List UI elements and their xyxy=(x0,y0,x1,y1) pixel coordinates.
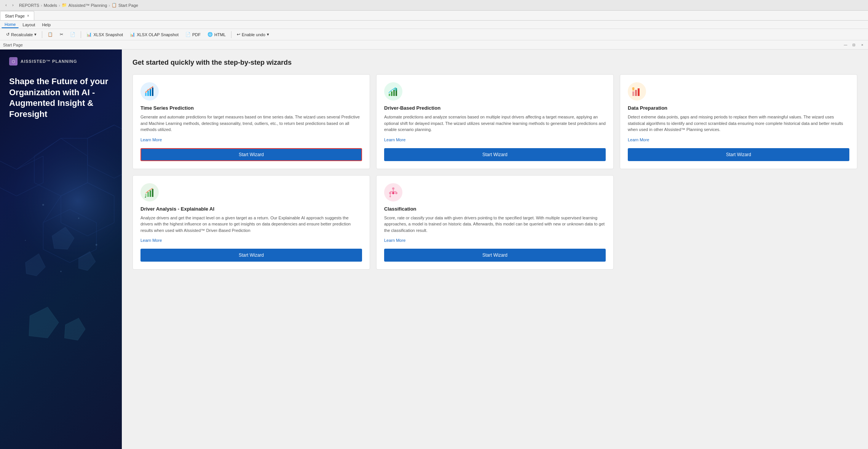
time-series-desc: Generate and automate predictions for ta… xyxy=(140,114,362,133)
data-prep-learn-more[interactable]: Learn More xyxy=(628,137,849,142)
svg-rect-31 xyxy=(391,91,393,96)
html-label: HTML xyxy=(214,32,226,37)
toolbar: ↺ Recalculate ▾ 📋 ✂ 📄 📊 XLSX Snapshot 📊 … xyxy=(0,29,868,40)
cut-button[interactable]: ✂ xyxy=(57,30,66,39)
time-series-card: Time Series Prediction Generate and auto… xyxy=(132,74,370,169)
copy-button[interactable]: 📋 xyxy=(45,30,56,39)
classification-card: Classification Score, rate or classify y… xyxy=(376,175,614,270)
recalculate-dropdown-icon: ▾ xyxy=(34,32,37,37)
undo-label: Enable undo xyxy=(242,32,265,37)
driver-analysis-icon: ▲ xyxy=(140,183,159,201)
breadcrumb-startpage-icon: 📋 xyxy=(112,3,117,8)
svg-rect-43 xyxy=(152,189,153,197)
breadcrumb-startpage[interactable]: Start Page xyxy=(118,3,138,8)
svg-rect-30 xyxy=(389,94,390,96)
svg-point-16 xyxy=(25,240,26,241)
toolbar-sep-1 xyxy=(42,31,42,38)
paste-button[interactable]: 📄 xyxy=(67,30,78,39)
driver-analysis-learn-more[interactable]: Learn More xyxy=(140,238,362,243)
tab-start-page[interactable]: Start Page × xyxy=(0,11,34,20)
brand-icon: ⬡ xyxy=(9,57,18,66)
breadcrumb-reports[interactable]: REPORTS xyxy=(19,3,39,8)
driver-analysis-card: ▲ Driver Analysis - Explainable AI Analy… xyxy=(132,175,370,270)
data-prep-card: Data Preparation Detect extreme data poi… xyxy=(620,74,857,169)
time-series-title: Time Series Prediction xyxy=(140,105,362,111)
page-title: Start Page xyxy=(3,43,23,47)
svg-point-26 xyxy=(145,92,147,93)
restore-button[interactable]: ⊡ xyxy=(851,42,857,48)
html-icon: 🌐 xyxy=(207,32,213,37)
menu-help[interactable]: Help xyxy=(39,22,54,28)
breadcrumb: REPORTS › Models › 📁 AIssisted™ Planning… xyxy=(19,3,138,8)
driver-analysis-start-wizard[interactable]: Start Wizard xyxy=(140,249,362,262)
undo-dropdown-icon: ▾ xyxy=(267,32,269,37)
data-prep-icon xyxy=(628,82,646,101)
pdf-label: PDF xyxy=(192,32,201,37)
title-bar: ‹ › REPORTS › Models › 📁 AIssisted™ Plan… xyxy=(0,0,868,11)
classification-learn-more[interactable]: Learn More xyxy=(384,238,606,243)
nav-back[interactable]: ‹ xyxy=(3,2,9,8)
toolbar-sep-2 xyxy=(81,31,81,38)
xlsx-snapshot-button[interactable]: 📊 XLSX Snapshot xyxy=(83,30,126,39)
data-prep-start-wizard[interactable]: Start Wizard xyxy=(628,148,849,161)
enable-undo-button[interactable]: ↩ Enable undo ▾ xyxy=(234,30,272,39)
svg-line-7 xyxy=(88,125,114,138)
cards-row-2: ▲ Driver Analysis - Explainable AI Analy… xyxy=(132,175,857,270)
driver-based-learn-more[interactable]: Learn More xyxy=(384,137,606,142)
svg-point-49 xyxy=(389,192,391,194)
driver-analysis-desc: Analyze drivers and get the impact level… xyxy=(140,215,362,234)
svg-rect-37 xyxy=(638,88,640,96)
recalculate-button[interactable]: ↺ Recalculate ▾ xyxy=(3,30,40,39)
pdf-button[interactable]: 📄 PDF xyxy=(182,30,204,39)
nav-arrows: ‹ › xyxy=(3,2,16,8)
hero-brand: ⬡ AISSISTED™ PLANNING xyxy=(9,57,113,66)
svg-point-17 xyxy=(96,244,97,246)
xlsx-olap-label: XLSX OLAP Snapshot xyxy=(137,32,179,37)
nav-forward[interactable]: › xyxy=(10,2,16,8)
svg-rect-35 xyxy=(632,91,634,96)
time-series-icon xyxy=(140,82,159,101)
tab-close[interactable]: × xyxy=(27,14,29,18)
breadcrumb-planning-icon: 📁 xyxy=(62,3,67,8)
minimize-button[interactable]: — xyxy=(843,42,848,48)
svg-point-10 xyxy=(0,134,122,294)
svg-text:▲: ▲ xyxy=(144,196,147,198)
svg-rect-24 xyxy=(150,89,151,96)
pdf-icon: 📄 xyxy=(185,32,191,37)
page-title-bar: Start Page — ⊡ × xyxy=(0,40,868,50)
svg-marker-20 xyxy=(29,307,59,338)
breadcrumb-planning[interactable]: AIssisted™ Planning xyxy=(69,3,107,8)
driver-based-desc: Automate predictions and analyze scenari… xyxy=(384,114,606,133)
tab-bar: Start Page × xyxy=(0,11,868,21)
svg-point-45 xyxy=(392,187,394,190)
svg-rect-42 xyxy=(150,190,151,197)
html-button[interactable]: 🌐 HTML xyxy=(204,30,229,39)
time-series-learn-more[interactable]: Learn More xyxy=(140,137,362,142)
svg-point-27 xyxy=(148,89,149,91)
svg-rect-41 xyxy=(147,192,149,197)
svg-rect-36 xyxy=(635,90,637,96)
driver-based-card: Driver-Based Prediction Automate predict… xyxy=(376,74,614,169)
menu-layout[interactable]: Layout xyxy=(19,22,38,28)
breadcrumb-models[interactable]: Models xyxy=(44,3,57,8)
xlsx-icon: 📊 xyxy=(86,32,92,37)
classification-start-wizard[interactable]: Start Wizard xyxy=(384,249,606,262)
svg-point-53 xyxy=(389,196,391,197)
empty-card-slot xyxy=(620,175,857,270)
svg-rect-22 xyxy=(145,93,147,96)
menu-home[interactable]: Home xyxy=(2,21,19,28)
recalculate-icon: ↺ xyxy=(6,32,10,37)
undo-icon: ↩ xyxy=(237,32,240,37)
xlsx-olap-button[interactable]: 📊 XLSX OLAP Snapshot xyxy=(127,30,182,39)
svg-point-29 xyxy=(152,86,153,88)
classification-desc: Score, rate or classify your data with g… xyxy=(384,215,606,234)
xlsx-olap-icon: 📊 xyxy=(130,32,135,37)
driver-based-start-wizard[interactable]: Start Wizard xyxy=(384,148,606,161)
hero-headline: Shape the Future of your Organization wi… xyxy=(9,76,113,120)
svg-point-50 xyxy=(392,192,394,194)
time-series-start-wizard[interactable]: Start Wizard xyxy=(140,148,362,161)
close-button[interactable]: × xyxy=(860,42,865,48)
xlsx-label: XLSX Snapshot xyxy=(93,32,123,37)
tab-label: Start Page xyxy=(5,14,25,18)
cards-row-1: Time Series Prediction Generate and auto… xyxy=(132,74,857,169)
